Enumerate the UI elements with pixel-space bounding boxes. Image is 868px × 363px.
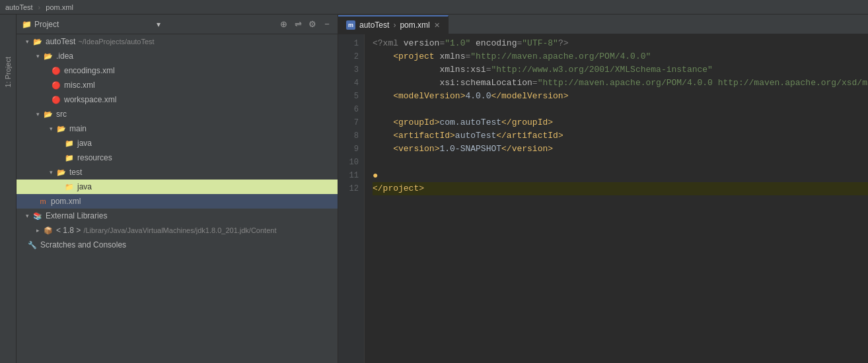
arrow-src: ▾ [32,109,43,119]
folder-icon-external-libs: 📚 [32,211,43,221]
label-workspace: workspace.xml [64,95,116,104]
line-num-2: 2 [338,50,359,63]
sidebar-title: Project [34,20,154,29]
arrow-encodings [46,65,51,76]
collapse-icon[interactable]: ⇌ [293,19,303,30]
label-test-java: java [77,182,92,191]
arrow-workspace [46,94,51,105]
tree-item-resources[interactable]: 📁 resources [17,150,338,165]
maven-icon-pom: m [38,196,48,207]
tab-label-autotest: autoTest [359,20,389,30]
tree-item-pom-xml[interactable]: m pom.xml [17,194,338,209]
code-line-7: <groupId>com.autoTest</groupId> [373,116,868,129]
locate-icon[interactable]: ⊕ [278,19,289,30]
arrow-test: ▾ [46,167,56,178]
line-num-1: 1 [338,37,359,50]
sidebar-header: 📁 Project ▾ ⊕ ⇌ ⚙ − [17,15,338,34]
label-jdk: < 1.8 > [56,226,81,235]
editor-content: 1 2 3 4 5 6 7 8 9 10 11 12 <?xml version… [338,34,868,363]
settings-icon[interactable]: ⚙ [307,19,318,30]
code-area[interactable]: <?xml version="1.0" encoding="UTF-8"?> <… [365,34,868,363]
arrow-test-java [59,182,64,192]
label-misc: misc.xml [64,81,95,90]
xml-icon-misc: 🔴 [51,80,61,90]
minimize-icon[interactable]: − [322,19,332,30]
title-project: autoTest [5,3,33,11]
label-pom: pom.xml [51,197,81,206]
tree-item-main-java[interactable]: 📁 java [17,136,338,150]
folder-icon-src: 📂 [43,109,54,119]
code-line-11: ● [373,169,868,182]
code-line-4: xsi:schemaLocation="http://maven.apache.… [373,77,868,90]
maven-tab-icon: m [346,20,355,30]
tab-pom-xml[interactable]: m autoTest › pom.xml ✕ [338,15,449,34]
line-num-4: 4 [338,77,359,90]
tree-item-autotest-root[interactable]: ▾ 📂 autoTest ~/IdeaProjects/autoTest [17,34,338,49]
label-idea: .idea [56,51,73,61]
tree-item-main[interactable]: ▾ 📂 main [17,121,338,136]
code-line-10 [373,156,868,169]
folder-icon-resources: 📁 [64,152,75,163]
tree-item-misc[interactable]: 🔴 misc.xml [17,78,338,92]
label-test: test [69,168,82,177]
sidebar-dropdown[interactable]: ▾ [157,20,276,29]
sidebar-content: ▾ 📂 autoTest ~/IdeaProjects/autoTest ▾ 📂… [17,34,338,363]
folder-icon-test: 📂 [56,167,67,178]
tree-item-test[interactable]: ▾ 📂 test [17,165,338,180]
arrow-scratches [22,240,27,250]
tab-sep: › [393,20,396,30]
vertical-tab[interactable]: 1: Project [0,15,17,363]
arrow-misc [46,80,51,90]
editor-panel: m autoTest › pom.xml ✕ 1 2 3 4 5 6 7 8 9… [338,15,868,363]
scratches-icon: 🔧 [27,240,38,250]
tree-item-scratches[interactable]: 🔧 Scratches and Consoles [17,238,338,252]
tree-item-src[interactable]: ▾ 📂 src [17,107,338,121]
path-autotest: ~/IdeaProjects/autoTest [78,38,154,46]
code-line-5: <modelVersion>4.0.0</modelVersion> [373,90,868,103]
code-line-2: <project xmlns="http://maven.apache.org/… [373,50,868,63]
label-main: main [69,124,87,133]
arrow-autotest: ▾ [22,36,32,47]
line-num-12: 12 [338,182,359,195]
tree-item-idea[interactable]: ▾ 📂 .idea [17,49,338,63]
tree-item-test-java[interactable]: 📁 java [17,180,338,194]
label-autotest: autoTest [46,37,75,46]
folder-icon-main: 📂 [56,123,67,134]
line-num-7: 7 [338,116,359,129]
editor-tabs: m autoTest › pom.xml ✕ [338,15,868,34]
label-resources: resources [77,153,112,162]
tree-item-workspace[interactable]: 🔴 workspace.xml [17,92,338,107]
label-external-libs: External Libraries [46,211,107,220]
tree-item-jdk[interactable]: ▸ 📦 < 1.8 > /Library/Java/JavaVirtualMac… [17,223,338,238]
code-line-3: xmlns:xsi="http://www.w3.org/2001/XMLSch… [373,63,868,77]
line-num-3: 3 [338,63,359,77]
vertical-tab-label[interactable]: 1: Project [3,54,13,90]
line-num-5: 5 [338,90,359,103]
sidebar-folder-icon: 📁 [22,20,32,29]
arrow-idea: ▾ [32,51,43,61]
tree-item-encodings[interactable]: 🔴 encodings.xml [17,63,338,78]
label-scratches: Scratches and Consoles [40,240,126,249]
code-line-6 [373,103,868,116]
sidebar: 📁 Project ▾ ⊕ ⇌ ⚙ − ▾ 📂 autoTest ~/IdeaP… [17,15,338,363]
folder-icon-main-java: 📁 [64,138,75,148]
folder-icon-autotest: 📂 [32,36,43,47]
arrow-main-java [59,138,64,148]
tab-close-button[interactable]: ✕ [434,21,440,30]
label-encodings: encodings.xml [64,66,115,75]
label-main-java: java [77,139,92,148]
sidebar-toolbar-icons: ⊕ ⇌ ⚙ − [278,19,332,30]
title-file: pom.xml [46,3,73,11]
line-num-6: 6 [338,103,359,116]
line-numbers: 1 2 3 4 5 6 7 8 9 10 11 12 [338,34,365,363]
main-area: 1: Project 📁 Project ▾ ⊕ ⇌ ⚙ − ▾ 📂 autoT… [0,15,868,363]
jar-icon-jdk: 📦 [43,225,54,236]
line-num-10: 10 [338,156,359,169]
label-src: src [56,110,67,119]
tree-item-external-libs[interactable]: ▾ 📚 External Libraries [17,209,338,223]
path-jdk: /Library/Java/JavaVirtualMachines/jdk1.8… [83,226,276,234]
line-num-11: 11 [338,169,359,182]
arrow-external-libs: ▾ [22,211,32,221]
folder-icon-test-java: 📁 [64,182,75,192]
arrow-pom [32,196,38,207]
